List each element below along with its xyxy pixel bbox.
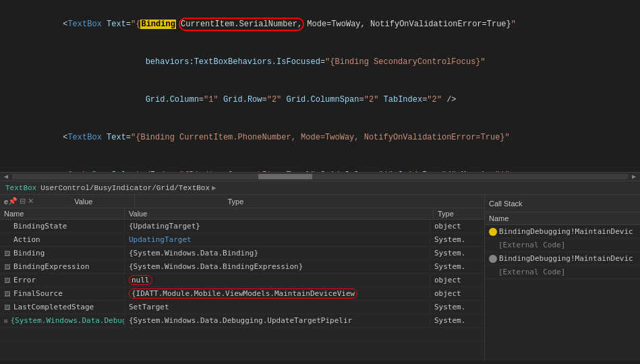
- binding-name: Binding: [13, 249, 45, 257]
- icon-finalsource: 🖼: [4, 291, 11, 297]
- code-content-5: <ComboBox SelectedIndex="{Binding Curren…: [34, 157, 510, 172]
- sysdbg-name: {System.Windows.Data.Debugging: [10, 316, 125, 325]
- bindingstate-value: {UpdatingTarget}: [125, 220, 430, 232]
- action-name: Action: [13, 235, 40, 244]
- icon-binding: 🖼: [4, 250, 11, 257]
- breadcrumb-path: UserControl/BusyIndicator/Grid/TextBox: [40, 184, 210, 192]
- lastcompleted-name: LastCompletedStage: [13, 303, 94, 311]
- callstack-row-1b: [External Code]: [485, 239, 640, 252]
- callstack-col-headers: Name: [485, 212, 640, 225]
- col-type-label: Type: [227, 198, 243, 206]
- bindingexpr-type: System.: [430, 261, 484, 272]
- breadcrumb: TextBox UserControl/BusyIndicator/Grid/T…: [0, 181, 640, 195]
- col-value-label: Value: [74, 198, 92, 206]
- watch-row-bindingexpr: 🖼 BindingExpression {System.Windows.Data…: [0, 260, 484, 274]
- action-value: UpdatingTarget: [125, 234, 430, 245]
- watch-row-action: Action UpdatingTarget System.: [0, 233, 484, 247]
- scroll-right-icon[interactable]: ▶: [631, 173, 637, 181]
- close-panel-icon[interactable]: ✕: [28, 197, 34, 206]
- code-line-1: <TextBox Text="{Binding CurrentItem.Seri…: [0, 5, 640, 43]
- action-type: System.: [430, 234, 484, 245]
- binding-value: {System.Windows.Data.Binding}: [125, 247, 430, 259]
- callstack-cell-2: BindingDebugging!MaintainDevic: [485, 253, 640, 264]
- bindingexpr-name: BindingExpression: [13, 262, 90, 271]
- callstack-extcode-2: [External Code]: [498, 268, 565, 276]
- callstack-row-2: BindingDebugging!MaintainDevic: [485, 252, 640, 266]
- value-col-header: Value: [125, 208, 434, 219]
- watch-row-error: 🖼 Error null object: [0, 274, 484, 287]
- lastcompleted-value: SetTarget: [125, 301, 430, 313]
- sysdbg-type: System.: [430, 315, 484, 326]
- callstack-arrow-icon-1: [489, 228, 497, 236]
- icon-bindingexpr: 🖼: [4, 264, 11, 270]
- code-line-5: <ComboBox SelectedIndex="{Binding Curren…: [0, 156, 640, 172]
- watch-row-empty: [0, 328, 484, 341]
- dock-icon[interactable]: ⊟: [20, 197, 26, 206]
- error-value: null: [125, 274, 430, 286]
- finalsource-name: FinalSource: [13, 289, 63, 298]
- watch-row-lastcompleted: 🖼 LastCompletedStage SetTarget System.: [0, 301, 484, 314]
- finalsource-type: object: [430, 288, 484, 299]
- watch-row-sysdbg: ⊞ {System.Windows.Data.Debugging {System…: [0, 314, 484, 328]
- code-editor: <TextBox Text="{Binding CurrentItem.Seri…: [0, 0, 640, 172]
- code-content-4: <TextBox Text="{Binding CurrentItem.Phon…: [34, 119, 510, 156]
- callstack-extcode-1: [External Code]: [498, 241, 565, 249]
- breadcrumb-arrow: ▶: [212, 183, 216, 192]
- breadcrumb-type: TextBox: [5, 184, 36, 192]
- callstack-cell-2b: [External Code]: [485, 266, 640, 278]
- scrollbar-track[interactable]: [12, 174, 628, 179]
- sysdbg-value: {System.Windows.Data.Debugging.UpdateTar…: [125, 315, 430, 326]
- callstack-cell-1b: [External Code]: [485, 239, 640, 251]
- callstack-name-1: BindingDebugging!MaintainDevic: [499, 227, 633, 236]
- watch-table-header: e 📌 ⊟ ✕ Value Type: [0, 195, 484, 208]
- code-line-2: behaviors:TextBoxBehaviors.IsFocused="{B…: [0, 43, 640, 81]
- callstack-title: Call Stack: [489, 200, 523, 208]
- finalsource-value: {IDATT.Module.Mobile.ViewModels.Maintain…: [125, 288, 430, 299]
- callstack-name-header: Name: [485, 212, 640, 224]
- error-name: Error: [13, 276, 36, 284]
- scrollbar-thumb[interactable]: [258, 174, 312, 179]
- watch-col-headers: Name Value Type: [0, 208, 484, 220]
- code-content-2: behaviors:TextBoxBehaviors.IsFocused="{B…: [34, 44, 486, 80]
- icon-error: 🖼: [4, 277, 11, 284]
- callstack-icon-2: [489, 255, 497, 263]
- icon-lastcompleted: 🖼: [4, 304, 11, 311]
- callstack-row-1: BindingDebugging!MaintainDevic: [485, 225, 640, 239]
- callstack-header: Call Stack: [485, 195, 640, 212]
- finalsource-value-oval: {IDATT.Module.Mobile.ViewModels.Maintain…: [129, 289, 357, 299]
- watch-panel: e 📌 ⊟ ✕ Value Type Name Value Type: [0, 195, 485, 361]
- pin-icon[interactable]: 📌: [8, 197, 18, 206]
- callstack-panel: Call Stack Name BindingDebugging!Maintai…: [485, 195, 640, 361]
- watch-table-body: Name Value Type BindingState {UpdatingTa…: [0, 208, 484, 361]
- error-type: object: [430, 274, 484, 286]
- watch-row-binding: 🖼 Binding {System.Windows.Data.Binding} …: [0, 247, 484, 260]
- code-content-3: Grid.Column="1" Grid.Row="2" Grid.Column…: [34, 82, 457, 118]
- binding-type: System.: [430, 247, 484, 259]
- name-col-header: Name: [0, 208, 125, 219]
- code-content-1: <TextBox Text="{Binding CurrentItem.Seri…: [34, 6, 516, 42]
- callstack-row-2b: [External Code]: [485, 266, 640, 279]
- expand-sysdbg: ⊞: [4, 317, 7, 324]
- lastcompleted-type: System.: [430, 301, 484, 313]
- callstack-name-2: BindingDebugging!MaintainDevic: [499, 254, 633, 263]
- bindingexpr-value: {System.Windows.Data.BindingExpression}: [125, 261, 430, 272]
- bindingstate-type: object: [430, 220, 484, 232]
- scroll-left-icon[interactable]: ◀: [3, 173, 9, 181]
- bindingstate-name: BindingState: [13, 222, 67, 231]
- code-line-3: Grid.Column="1" Grid.Row="2" Grid.Column…: [0, 81, 640, 119]
- code-line-4: <TextBox Text="{Binding CurrentItem.Phon…: [0, 119, 640, 156]
- watch-row-bindingstate: BindingState {UpdatingTarget} object: [0, 220, 484, 233]
- type-col-header: Type: [434, 208, 484, 219]
- watch-row-finalsource: 🖼 FinalSource {IDATT.Module.Mobile.ViewM…: [0, 287, 484, 301]
- callstack-cell-1: BindingDebugging!MaintainDevic: [485, 226, 640, 237]
- error-null-value: null: [129, 275, 152, 285]
- horizontal-scrollbar[interactable]: ◀ ▶: [0, 172, 640, 181]
- bottom-panel: e 📌 ⊟ ✕ Value Type Name Value Type: [0, 195, 640, 361]
